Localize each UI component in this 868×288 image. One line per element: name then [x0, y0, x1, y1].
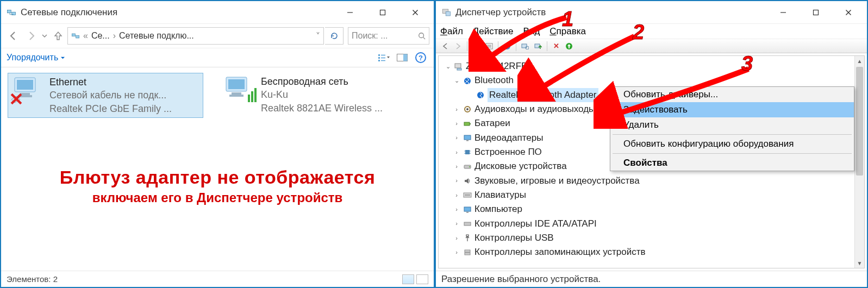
connection-adapter: Realtek PCIe GbE Family ... [49, 102, 172, 115]
tree-sound[interactable]: › Звуковые, игровые и видеоустройства [444, 174, 864, 188]
maximize-button[interactable] [366, 2, 399, 23]
svg-line-11 [423, 37, 426, 40]
view-dropdown[interactable] [376, 50, 391, 65]
collapse-icon[interactable]: ⌄ [444, 62, 452, 71]
forward-button[interactable] [452, 41, 464, 52]
svg-rect-32 [254, 88, 257, 102]
menu-separator [613, 134, 852, 135]
battery-icon [463, 119, 472, 129]
scan-hardware-button[interactable] [519, 41, 531, 52]
back-button[interactable] [5, 28, 22, 44]
breadcrumb[interactable]: Се... [91, 31, 110, 41]
speaker-icon [463, 176, 472, 186]
connection-ethernet[interactable]: Ethernet Сетевой кабель не подк... Realt… [8, 73, 203, 118]
menu-view[interactable]: Вид [523, 26, 540, 37]
annotation-number-1: 1 [562, 8, 573, 31]
address-bar[interactable]: « Се... › Сетевые подклю... ˅ [67, 27, 324, 45]
svg-rect-9 [76, 35, 79, 38]
toolbar: Упорядочить ? [1, 48, 434, 67]
icons-view-button[interactable] [416, 274, 428, 284]
dropdown-icon[interactable]: ˅ [316, 31, 320, 41]
svg-rect-74 [465, 250, 470, 252]
svg-rect-36 [814, 10, 819, 15]
update-driver-button[interactable] [532, 41, 544, 52]
tree-root[interactable]: ⌄ ZV VD-I42RFB5 [444, 59, 864, 73]
collapse-icon[interactable]: ⌄ [453, 76, 460, 85]
scroll-thumb[interactable] [856, 67, 863, 176]
search-input[interactable]: Поиск: ... [348, 27, 429, 45]
svg-rect-29 [229, 95, 243, 97]
tree-storage[interactable]: › Контроллеры запоминающих устройств [444, 245, 864, 259]
tree-ide[interactable]: › Контроллеры IDE ATA/ATAPI [444, 217, 864, 231]
connection-name: Ethernet [49, 76, 172, 89]
navbar: « Се... › Сетевые подклю... ˅ Поиск: ... [1, 24, 434, 48]
preview-pane-button[interactable] [395, 50, 410, 65]
ctx-delete[interactable]: Удалить [610, 117, 854, 133]
minimize-button[interactable] [767, 2, 800, 23]
pc-icon [463, 205, 472, 215]
forward-button[interactable] [23, 28, 39, 44]
ctx-enable[interactable]: Задействовать [610, 102, 854, 117]
maximize-button[interactable] [800, 2, 832, 23]
ctx-scan-hardware[interactable]: Обновить конфигурацию оборудования [610, 136, 854, 152]
scroll-down[interactable]: ▼ [855, 258, 864, 268]
svg-point-56 [466, 108, 469, 110]
expand-icon[interactable]: › [453, 105, 460, 114]
svg-rect-57 [464, 122, 470, 126]
menu-file[interactable]: Файл [440, 26, 463, 37]
tree-usb[interactable]: › Контроллеры USB [444, 231, 864, 245]
up-button[interactable] [50, 28, 66, 44]
ctx-properties[interactable]: Свойства [610, 155, 854, 171]
uninstall-button[interactable]: ✕ [550, 41, 562, 52]
tree-bluetooth[interactable]: ⌄ Bluetooth [444, 73, 864, 87]
content-area: Ethernet Сетевой кабель не подк... Realt… [1, 67, 434, 271]
expand-icon[interactable]: › [453, 234, 460, 243]
expand-icon[interactable]: › [453, 191, 460, 200]
expand-icon[interactable]: › [453, 248, 460, 257]
expand-icon[interactable]: › [453, 219, 460, 228]
connection-wifi[interactable]: Беспроводная сеть Ku-Ku Realtek 8821AE W… [220, 73, 415, 118]
expand-icon[interactable]: › [453, 176, 460, 185]
svg-rect-58 [470, 123, 471, 124]
expand-icon[interactable]: › [453, 162, 460, 171]
history-dropdown[interactable] [40, 28, 49, 44]
refresh-button[interactable] [325, 27, 344, 45]
details-view-button[interactable] [402, 274, 414, 284]
tree-keyboard[interactable]: › Клавиатуры [444, 188, 864, 202]
ctx-update-driver[interactable]: Обновить драйверы... [610, 87, 854, 102]
svg-rect-14 [378, 60, 380, 61]
properties-button[interactable] [483, 41, 495, 52]
back-button[interactable] [439, 41, 451, 52]
show-hidden-button[interactable] [470, 41, 482, 52]
organize-menu[interactable]: Упорядочить [7, 53, 65, 62]
enable-button[interactable] [563, 41, 575, 52]
ide-icon [463, 219, 472, 229]
crumb-sep: › [113, 31, 116, 41]
svg-rect-60 [466, 140, 469, 141]
connection-status: Ku-Ku [261, 88, 383, 101]
annotation-caption: Блютуз адаптер не отображается включаем … [8, 167, 427, 205]
expand-icon[interactable]: › [453, 133, 460, 142]
expand-icon[interactable]: › [453, 148, 460, 157]
minimize-button[interactable] [334, 2, 366, 23]
svg-rect-30 [248, 95, 250, 102]
chip-icon [463, 147, 472, 157]
bluetooth-icon [476, 90, 485, 100]
close-button[interactable] [832, 2, 865, 23]
breadcrumb[interactable]: Сетевые подклю... [119, 31, 194, 41]
help-button[interactable]: ? [413, 50, 428, 65]
vertical-scrollbar[interactable]: ▲ ▼ [854, 56, 864, 268]
status-text: Разрешение выбранного устройства. [441, 274, 601, 285]
help-button[interactable]: ? [501, 41, 513, 52]
svg-rect-59 [464, 135, 471, 140]
scroll-up[interactable]: ▲ [855, 56, 864, 66]
svg-rect-68 [464, 193, 471, 197]
status-bar: Элементов: 2 [1, 271, 434, 287]
expand-icon[interactable]: › [453, 205, 460, 214]
tree-computer[interactable]: › Компьютер [444, 202, 864, 216]
close-button[interactable] [399, 2, 432, 23]
menu-action[interactable]: Действие [473, 26, 514, 37]
context-menu: Обновить драйверы... Задействовать Удали… [610, 86, 854, 171]
usb-icon [463, 233, 472, 243]
expand-icon[interactable]: › [453, 119, 460, 128]
